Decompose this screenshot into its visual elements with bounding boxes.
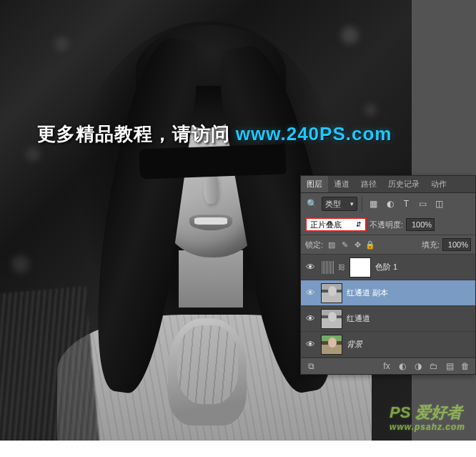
fx-icon[interactable]: fx <box>381 360 392 372</box>
layer-row[interactable]: 👁 背景 <box>301 332 475 358</box>
layer-name[interactable]: 色阶 1 <box>375 262 397 272</box>
filter-adjustment-icon[interactable]: ◐ <box>383 198 397 210</box>
watermark-site: www.psahz.com <box>390 422 465 432</box>
foreground-wheat <box>0 286 99 441</box>
kind-filter-select[interactable]: 类型 ▾ <box>322 197 357 211</box>
blend-row: 正片叠底 ⇵ 不透明度: 100% <box>301 215 475 235</box>
footer-icons: fx ◐ ◑ 🗀 ▤ 🗑 <box>381 360 471 372</box>
layer-row[interactable]: 👁 红通道 <box>301 306 475 332</box>
levels-icon <box>321 261 334 274</box>
layer-row[interactable]: 👁 ⛓ 色阶 1 <box>301 255 475 280</box>
panel-footer: ⧉ fx ◐ ◑ 🗀 ▤ 🗑 <box>301 358 475 374</box>
filter-smart-icon[interactable]: ◫ <box>432 198 446 210</box>
adjustment-icon[interactable]: ◑ <box>412 360 424 372</box>
tab-history[interactable]: 历史记录 <box>382 176 425 192</box>
opacity-input[interactable]: 100% <box>406 218 435 231</box>
layer-thumbnail[interactable] <box>321 283 342 303</box>
overlay-caption: 更多精品教程，请访问 www.240PS.com <box>36 122 393 147</box>
tab-channels[interactable]: 通道 <box>328 176 355 192</box>
watermark-brand: PS 爱好者 <box>390 403 462 421</box>
visibility-toggle-icon[interactable]: 👁 <box>304 261 317 274</box>
blend-mode-select[interactable]: 正片叠底 ⇵ <box>305 217 367 232</box>
overlay-text-cn: 更多精品教程，请访问 <box>37 123 236 144</box>
lock-transparency-icon[interactable]: ▨ <box>326 239 337 250</box>
new-layer-icon[interactable]: ▤ <box>444 360 455 372</box>
layer-row[interactable]: 👁 红通道 副本 <box>301 280 475 306</box>
layers-panel: 图层 通道 路径 历史记录 动作 🔍 类型 ▾ ▦ ◐ T ▭ ◫ 正片叠底 ⇵… <box>300 175 476 375</box>
mask-thumbnail[interactable] <box>349 257 371 277</box>
fingers <box>177 325 238 404</box>
lock-label: 锁定: <box>305 240 323 250</box>
lock-icons: ▨ ✎ ✥ 🔒 <box>326 239 376 250</box>
layer-name[interactable]: 红通道 副本 <box>347 288 388 298</box>
layers-list: 👁 ⛓ 色阶 1 👁 红通道 副本 👁 红通道 👁 背景 <box>301 255 475 358</box>
fill-input[interactable]: 100% <box>442 238 471 251</box>
neck <box>179 250 243 308</box>
trash-icon[interactable]: 🗑 <box>460 360 471 372</box>
eye-censor-bar <box>139 144 286 179</box>
filter-pixel-icon[interactable]: ▦ <box>367 198 380 210</box>
tab-actions[interactable]: 动作 <box>425 176 452 192</box>
search-icon[interactable]: 🔍 <box>305 198 319 210</box>
group-icon[interactable]: 🗀 <box>428 360 440 372</box>
watermark: PS 爱好者 www.psahz.com <box>390 402 465 432</box>
filter-type-icon[interactable]: T <box>400 198 413 210</box>
visibility-toggle-icon[interactable]: 👁 <box>304 338 317 351</box>
link-icon: ⛓ <box>338 263 345 271</box>
layer-name[interactable]: 红通道 <box>347 313 370 324</box>
overlay-url: www.240PS.com <box>236 123 392 144</box>
filter-row: 🔍 类型 ▾ ▦ ◐ T ▭ ◫ <box>301 193 475 215</box>
chevron-down-icon: ▾ <box>350 200 354 207</box>
mask-icon[interactable]: ◐ <box>397 360 408 372</box>
tab-layers[interactable]: 图层 <box>301 176 328 192</box>
link-layers-icon[interactable]: ⧉ <box>305 360 317 372</box>
panel-tabs: 图层 通道 路径 历史记录 动作 <box>301 176 475 193</box>
chevron-updown-icon: ⇵ <box>356 221 362 228</box>
layer-name[interactable]: 背景 <box>347 339 362 350</box>
tab-paths[interactable]: 路径 <box>355 176 382 192</box>
kind-filter-label: 类型 <box>325 199 341 210</box>
divider <box>362 196 362 212</box>
fill-label: 填充: <box>422 240 440 250</box>
visibility-toggle-icon[interactable]: 👁 <box>304 313 317 325</box>
lock-all-icon[interactable]: 🔒 <box>365 239 376 250</box>
filter-shape-icon[interactable]: ▭ <box>416 198 430 210</box>
lock-position-icon[interactable]: ✥ <box>352 239 363 250</box>
lock-pixels-icon[interactable]: ✎ <box>339 239 350 250</box>
teeth <box>194 217 227 225</box>
layer-thumbnail[interactable] <box>321 309 342 329</box>
layer-thumbnail[interactable] <box>321 335 342 355</box>
blend-mode-value: 正片叠底 <box>310 220 342 230</box>
lock-row: 锁定: ▨ ✎ ✥ 🔒 填充: 100% <box>301 235 475 255</box>
opacity-label: 不透明度: <box>370 220 403 230</box>
visibility-toggle-icon[interactable]: 👁 <box>304 287 317 300</box>
